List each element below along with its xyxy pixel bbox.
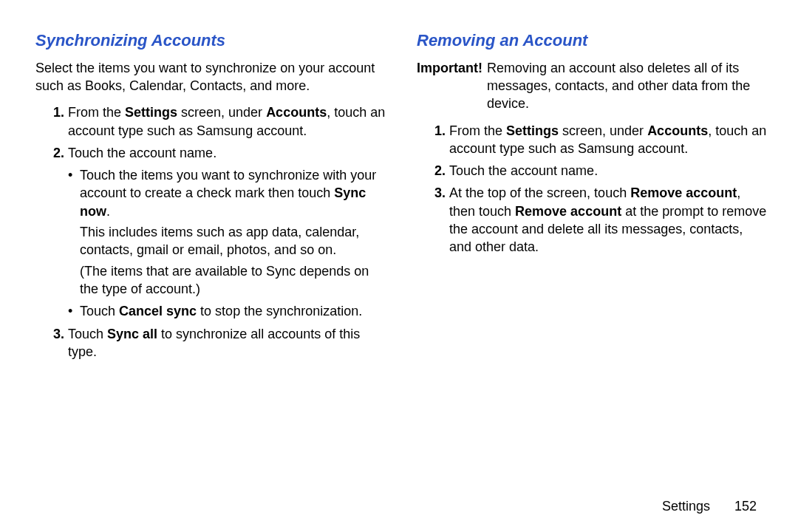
text: . [106,204,110,219]
remove-step-3: At the top of the screen, touch Remove a… [449,184,768,256]
text: to stop the synchronization. [197,304,362,318]
sync-note-1: This includes items such as app data, ca… [80,223,387,259]
sync-intro: Select the items you want to synchronize… [35,59,387,95]
heading-remove: Removing an Account [417,30,768,52]
sync-steps: From the Settings screen, under Accounts… [35,103,387,361]
remove-step-1: From the Settings screen, under Accounts… [449,122,768,158]
bold-settings: Settings [506,123,559,138]
text: Touch the items you want to synchronize … [80,168,376,200]
manual-page: Synchronizing Accounts Select the items … [0,0,798,488]
sync-bullet-1: Touch the items you want to synchronize … [68,166,387,298]
sync-note-2: (The items that are available to Sync de… [80,262,387,299]
text: Touch [80,304,119,318]
sync-sub-bullets: Touch the items you want to synchronize … [68,166,387,320]
text: Touch [68,327,107,341]
bold-accounts: Accounts [647,123,708,138]
text: At the top of the screen, touch [449,185,630,200]
sync-step-3: Touch Sync all to synchronize all accoun… [68,325,387,361]
important-note: Important! Removing an account also dele… [417,59,768,113]
sync-step-2: Touch the account name. Touch the items … [68,144,387,321]
footer-section: Settings [662,499,710,514]
right-column: Removing an Account Important! Removing … [417,30,768,473]
left-column: Synchronizing Accounts Select the items … [35,30,387,473]
text: Touch the account name. [449,163,598,178]
bold-settings: Settings [125,105,177,120]
bold-remove-account: Remove account [630,185,737,200]
text: From the [449,123,506,138]
important-body: Removing an account also deletes all of … [487,59,768,113]
bold-cancel-sync: Cancel sync [119,304,197,318]
footer-page-number: 152 [734,499,757,514]
text: From the [68,105,125,120]
sync-step-1: From the Settings screen, under Accounts… [68,103,387,140]
heading-sync: Synchronizing Accounts [35,30,387,52]
text: screen, under [559,123,647,138]
bold-accounts: Accounts [266,105,327,120]
remove-steps: From the Settings screen, under Accounts… [417,122,768,256]
text: Touch the account name. [68,146,216,160]
sync-bullet-2: Touch Cancel sync to stop the synchroniz… [68,302,387,320]
important-label: Important! [417,59,482,113]
bold-sync-all: Sync all [107,327,157,341]
page-footer: Settings 152 [662,499,757,514]
text: screen, under [177,105,266,120]
bold-remove-account: Remove account [515,204,621,219]
remove-step-2: Touch the account name. [449,162,768,180]
